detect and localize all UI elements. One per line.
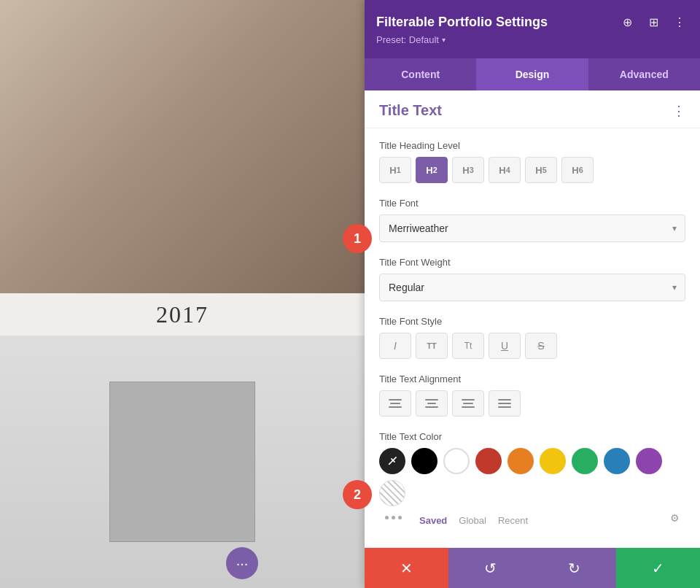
style-btn-italic[interactable]: I: [379, 333, 411, 359]
more-icon[interactable]: ⋮: [671, 14, 688, 31]
tab-advanced[interactable]: Advanced: [588, 58, 700, 90]
title-text-alignment-group: Title Text Alignment: [379, 374, 685, 417]
color-swatch-blue[interactable]: [604, 448, 630, 474]
tab-bar: Content Design Advanced: [365, 58, 700, 90]
title-font-select-wrapper: Merriweather Arial Georgia Roboto ▾: [379, 214, 685, 242]
color-tab-saved[interactable]: Saved: [413, 512, 453, 529]
align-line: [463, 403, 473, 404]
align-line: [462, 399, 475, 401]
align-line: [498, 403, 511, 404]
title-font-select[interactable]: Merriweather Arial Georgia Roboto: [379, 214, 685, 242]
heading-btn-h6[interactable]: H6: [561, 157, 594, 183]
heading-btn-h1[interactable]: H1: [379, 157, 411, 183]
align-btn-justify[interactable]: [489, 390, 521, 417]
heading-btn-h3[interactable]: H3: [452, 157, 484, 183]
heading-level-group: Title Heading Level H1 H2 H3 H4 H5 H6: [379, 140, 685, 183]
color-swatch-black[interactable]: [411, 448, 438, 474]
color-swatch-purple[interactable]: [636, 448, 662, 474]
title-font-style-label: Title Font Style: [379, 316, 685, 327]
title-font-weight-select-wrapper: Regular Bold Light Italic ▾: [379, 274, 685, 301]
style-btn-allcaps[interactable]: TT: [416, 333, 448, 359]
tab-design[interactable]: Design: [476, 58, 588, 90]
align-btn-right[interactable]: [452, 390, 484, 417]
style-btn-strikethrough[interactable]: S: [525, 333, 557, 359]
redo-button[interactable]: ↻: [532, 548, 616, 588]
align-lines-justify: [498, 399, 511, 408]
canvas-top-image: 2017: [0, 0, 365, 336]
color-swatch-orange[interactable]: [508, 448, 534, 474]
panel-icons: ⊕ ⊞ ⋮: [618, 14, 688, 31]
align-line: [462, 406, 475, 408]
layout-icon[interactable]: ⊞: [645, 14, 662, 31]
heading-level-buttons: H1 H2 H3 H4 H5 H6: [379, 157, 685, 183]
title-font-weight-label: Title Font Weight: [379, 257, 685, 268]
title-text-alignment-buttons: [379, 390, 685, 417]
color-dot: [385, 516, 389, 519]
section-title: Title Text: [379, 102, 442, 119]
step-badge-1: 1: [343, 224, 372, 253]
panel-content: Title Text ⋮ Title Heading Level H1 H2 H…: [365, 90, 700, 547]
align-line: [389, 406, 402, 408]
align-btn-left[interactable]: [379, 390, 411, 417]
align-lines-left: [389, 399, 402, 408]
align-lines-right: [462, 399, 475, 408]
align-line: [390, 403, 400, 404]
canvas-area: 2017 ···: [0, 0, 365, 588]
color-tabs: Saved Global Recent: [408, 512, 534, 529]
color-swatches: [379, 448, 685, 506]
align-line: [427, 403, 436, 404]
settings-body: Title Heading Level H1 H2 H3 H4 H5 H6 Ti…: [365, 128, 700, 547]
cancel-button[interactable]: ✕: [365, 548, 448, 588]
undo-button[interactable]: ↺: [448, 548, 532, 588]
color-swatch-green[interactable]: [572, 448, 598, 474]
color-gear-icon[interactable]: ⚙: [670, 512, 680, 524]
heading-btn-h4[interactable]: H4: [489, 157, 521, 183]
section-menu-icon[interactable]: ⋮: [672, 103, 685, 119]
color-swatch-striped[interactable]: [379, 480, 405, 506]
heading-level-label: Title Heading Level: [379, 140, 685, 151]
heading-btn-h2[interactable]: H2: [416, 157, 448, 183]
color-dot: [398, 516, 402, 519]
color-swatch-yellow[interactable]: [540, 448, 566, 474]
preset-label: Preset: Default: [376, 34, 439, 45]
color-swatch-red[interactable]: [475, 448, 502, 474]
confirm-button[interactable]: ✓: [616, 548, 700, 588]
align-line: [425, 406, 438, 408]
title-font-style-group: Title Font Style I TT Tt U S: [379, 316, 685, 359]
canvas-bottom-inner: [0, 336, 365, 588]
panel-title: Filterable Portfolio Settings: [376, 15, 548, 30]
align-line: [498, 399, 511, 401]
target-icon[interactable]: ⊕: [618, 14, 636, 31]
title-font-label: Title Font: [379, 198, 685, 209]
settings-panel: Filterable Portfolio Settings ⊕ ⊞ ⋮ Pres…: [365, 0, 700, 588]
eyedropper-swatch[interactable]: [379, 448, 405, 474]
title-font-group: Title Font Merriweather Arial Georgia Ro…: [379, 198, 685, 242]
eyedropper-icon: [386, 455, 398, 467]
heading-btn-h5[interactable]: H5: [525, 157, 557, 183]
color-tab-recent[interactable]: Recent: [492, 512, 534, 529]
color-swatch-white[interactable]: [443, 448, 470, 474]
title-text-alignment-label: Title Text Alignment: [379, 374, 685, 384]
style-btn-underline[interactable]: U: [489, 333, 521, 359]
year-text: 2017: [156, 301, 209, 328]
align-lines-center: [425, 399, 438, 408]
dots-menu-button[interactable]: ···: [226, 547, 258, 579]
panel-header: Filterable Portfolio Settings ⊕ ⊞ ⋮ Pres…: [365, 0, 700, 58]
align-btn-center[interactable]: [416, 390, 448, 417]
title-font-weight-group: Title Font Weight Regular Bold Light Ita…: [379, 257, 685, 301]
step-badge-2: 2: [343, 480, 372, 509]
preset-arrow: ▾: [442, 36, 446, 44]
color-tabs-row: Saved Global Recent ⚙: [379, 506, 685, 529]
align-line: [389, 399, 402, 401]
color-tab-global[interactable]: Global: [453, 512, 492, 529]
title-font-weight-select[interactable]: Regular Bold Light Italic: [379, 274, 685, 301]
title-text-color-group: Title Text Color: [379, 431, 685, 529]
tab-content[interactable]: Content: [365, 58, 476, 90]
style-btn-capitalize[interactable]: Tt: [452, 333, 484, 359]
color-dots: [379, 513, 408, 522]
preset-selector[interactable]: Preset: Default ▾: [376, 34, 688, 45]
align-line: [498, 406, 511, 408]
section-header: Title Text ⋮: [365, 90, 700, 128]
action-bar: ✕ ↺ ↻ ✓: [365, 547, 700, 588]
canvas-bottom-image: ···: [0, 336, 365, 588]
